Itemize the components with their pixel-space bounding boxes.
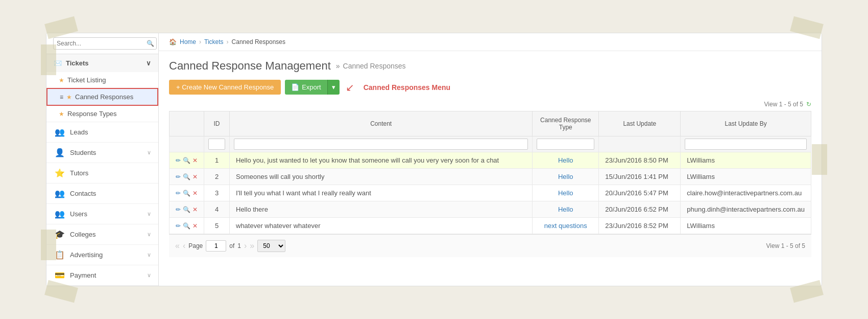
table-row: ✏ 🔍 ✕ 1 Hello you, just wanted to let yo… [170, 152, 811, 169]
col-id: ID [204, 111, 230, 136]
row-actions: ✏ 🔍 ✕ [170, 152, 204, 169]
row-content: I'll tell you what I want what I really … [230, 185, 533, 201]
sidebar-item-advertising[interactable]: 📋 Advertising ∨ [46, 245, 158, 265]
filter-id-input[interactable] [208, 139, 225, 150]
sidebar-item-payment[interactable]: 💳 Payment ∨ [46, 265, 158, 286]
export-icon: 📄 [291, 83, 299, 91]
edit-icon[interactable]: ✏ [176, 190, 181, 197]
first-page-icon[interactable]: « [175, 241, 180, 250]
breadcrumb: 🏠 Home › Tickets › Canned Responses [159, 33, 822, 51]
sidebar-item-label: Ticket Listing [67, 76, 106, 84]
page-input[interactable] [206, 240, 226, 252]
tickets-section: ✉️ Tickets ∨ ★ Ticket Listing ≡ ★ Canned… [46, 54, 158, 122]
star-icon: ★ [66, 94, 72, 101]
star-icon: ★ [59, 110, 64, 118]
content-body: Canned Response Management Canned Respon… [159, 51, 822, 265]
breadcrumb-tickets[interactable]: Tickets [204, 38, 224, 45]
row-actions: ✏ 🔍 ✕ [170, 185, 204, 201]
view-icon[interactable]: 🔍 [183, 157, 190, 164]
tickets-section-header[interactable]: ✉️ Tickets ∨ [46, 54, 158, 72]
sidebar-item-users[interactable]: 👥 Users ∨ [46, 204, 158, 224]
row-content: Hello you, just wanted to let you know t… [230, 152, 533, 169]
table-row: ✏ 🔍 ✕ 3 I'll tell you what I want what I… [170, 185, 811, 201]
edit-icon[interactable]: ✏ [176, 173, 181, 180]
row-content: Hello there [230, 201, 533, 218]
table-row: ✏ 🔍 ✕ 2 Someones will call you shortly H… [170, 169, 811, 185]
row-actions: ✏ 🔍 ✕ [170, 201, 204, 218]
delete-icon[interactable]: ✕ [192, 157, 198, 164]
row-id: 4 [204, 201, 230, 218]
col-last-update-by: Last Update By [681, 111, 811, 136]
view-icon[interactable]: 🔍 [183, 190, 190, 197]
sidebar-item-ticket-listing[interactable]: ★ Ticket Listing [46, 72, 158, 88]
row-actions: ✏ 🔍 ✕ [170, 169, 204, 185]
delete-icon[interactable]: ✕ [192, 206, 198, 213]
edit-icon[interactable]: ✏ [176, 222, 181, 230]
view-icon[interactable]: 🔍 [183, 222, 190, 230]
row-content: Someones will call you shortly [230, 169, 533, 185]
breadcrumb-home[interactable]: Home [180, 38, 196, 45]
next-page-icon[interactable]: › [244, 241, 247, 250]
tickets-chevron-icon: ∨ [146, 59, 151, 67]
row-last-update: 23/Jun/2016 8:52 PM [599, 218, 681, 234]
nav-label: Users [70, 210, 147, 218]
col-last-update: Last Update [599, 111, 681, 136]
sidebar: 🔍 ✉️ Tickets ∨ ★ Ticket Listing ≡ ★ [46, 33, 159, 286]
delete-icon[interactable]: ✕ [192, 222, 198, 230]
main-content: 🏠 Home › Tickets › Canned Responses Cann… [159, 33, 822, 286]
edit-icon[interactable]: ✏ [176, 206, 181, 213]
star-icon: ★ [59, 77, 64, 84]
of-label: of [229, 242, 234, 249]
toolbar: + Create New Canned Response 📄 Export ▾ … [169, 80, 811, 95]
filter-by-cell [681, 136, 811, 152]
tutors-icon: ⭐ [54, 168, 66, 178]
prev-page-icon[interactable]: ‹ [183, 241, 185, 250]
row-id: 2 [204, 169, 230, 185]
table-body: ✏ 🔍 ✕ 1 Hello you, just wanted to let yo… [170, 152, 811, 234]
view-info-text: View 1 - 5 of 5 [764, 101, 804, 108]
row-id: 5 [204, 218, 230, 234]
view-icon[interactable]: 🔍 [183, 173, 190, 180]
table-header-row: ID Content Canned ResponseType Last Upda… [170, 111, 811, 136]
sidebar-item-tutors[interactable]: ⭐ Tutors [46, 163, 158, 184]
nav-label: Colleges [70, 231, 147, 238]
arrow-icon: ↙ [346, 81, 354, 94]
tickets-label: Tickets [66, 59, 89, 67]
nav-label: Contacts [70, 190, 151, 197]
edit-icon[interactable]: ✏ [176, 157, 181, 164]
breadcrumb-sep2: › [227, 38, 229, 45]
delete-icon[interactable]: ✕ [192, 173, 198, 180]
delete-icon[interactable]: ✕ [192, 190, 198, 197]
sidebar-item-colleges[interactable]: 🎓 Colleges ∨ [46, 224, 158, 245]
sidebar-item-students[interactable]: 👤 Students ∨ [46, 143, 158, 163]
filter-id-cell [204, 136, 230, 152]
chevron-down-icon: ∨ [147, 272, 151, 279]
users-icon: 👥 [54, 209, 66, 219]
sidebar-item-contacts[interactable]: 👥 Contacts [46, 184, 158, 204]
create-canned-response-button[interactable]: + Create New Canned Response [169, 80, 281, 95]
row-type: Hello [533, 185, 599, 201]
sidebar-item-label: Canned Responses [75, 93, 133, 101]
canned-menu-label: Canned Responses Menu [364, 83, 450, 92]
per-page-select[interactable]: 50 100 200 [257, 240, 285, 252]
row-last-update-by: LWilliams [681, 152, 811, 169]
view-icon[interactable]: 🔍 [183, 206, 190, 213]
contacts-icon: 👥 [54, 189, 66, 198]
filter-type-input[interactable] [537, 139, 594, 150]
filter-content-input[interactable] [234, 139, 528, 150]
sidebar-item-leads[interactable]: 👥 Leads [46, 122, 158, 143]
refresh-icon[interactable]: ↻ [806, 101, 811, 108]
table-row: ✏ 🔍 ✕ 5 whatever whatever whatever next … [170, 218, 811, 234]
export-button[interactable]: 📄 Export [285, 80, 327, 95]
sidebar-search-container: 🔍 [46, 33, 158, 54]
row-last-update: 20/Jun/2016 6:52 PM [599, 201, 681, 218]
filter-by-input[interactable] [685, 139, 807, 150]
export-dropdown-button[interactable]: ▾ [327, 80, 340, 95]
search-input[interactable] [53, 37, 157, 50]
total-pages: 1 [237, 242, 241, 249]
row-type: Hello [533, 152, 599, 169]
sidebar-item-response-types[interactable]: ★ Response Types [46, 106, 158, 122]
last-page-icon[interactable]: » [250, 241, 254, 250]
sidebar-item-canned-responses[interactable]: ≡ ★ Canned Responses [46, 88, 158, 106]
chevron-down-icon: ∨ [147, 231, 151, 238]
